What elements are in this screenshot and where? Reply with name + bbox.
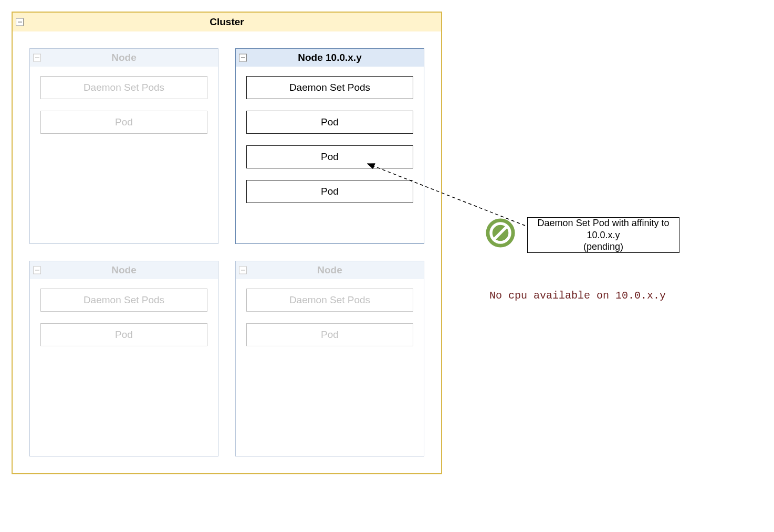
- pod-box: Pod: [246, 145, 413, 168]
- node-body: Daemon Set Pods Pod Pod Pod: [236, 67, 424, 212]
- pod-box: Daemon Set Pods: [40, 289, 207, 312]
- node-body: Daemon Set Pods Pod: [236, 279, 424, 356]
- node-0: Node Daemon Set Pods Pod: [29, 48, 218, 244]
- node-body: Daemon Set Pods Pod: [30, 279, 218, 356]
- node-header: Node: [30, 49, 218, 67]
- cluster-container: Cluster Node Daemon Set Pods Pod Node 10…: [12, 12, 442, 474]
- node-body: Daemon Set Pods Pod: [30, 67, 218, 143]
- cluster-header: Cluster: [13, 13, 441, 31]
- cluster-title: Cluster: [210, 16, 244, 28]
- pod-box: Daemon Set Pods: [40, 76, 207, 99]
- node-3: Node Daemon Set Pods Pod: [235, 261, 424, 456]
- node-title: Node 10.0.x.y: [298, 52, 361, 63]
- pending-pod-label: Daemon Set Pod with affinity to 10.0.x.y…: [532, 217, 675, 253]
- collapse-icon[interactable]: [16, 18, 24, 26]
- node-title: Node: [317, 264, 342, 276]
- node-header: Node 10.0.x.y: [236, 49, 424, 67]
- node-title: Node: [111, 52, 137, 63]
- prohibited-icon: [485, 217, 516, 249]
- node-title: Node: [111, 264, 137, 276]
- collapse-icon[interactable]: [239, 267, 247, 274]
- node-header: Node: [30, 261, 218, 279]
- node-1-target: Node 10.0.x.y Daemon Set Pods Pod Pod Po…: [235, 48, 424, 244]
- pod-box: Daemon Set Pods: [246, 76, 413, 99]
- pod-box: Pod: [246, 111, 413, 134]
- pod-box: Pod: [246, 180, 413, 203]
- pod-box: Pod: [40, 323, 207, 346]
- node-2: Node Daemon Set Pods Pod: [29, 261, 218, 456]
- pod-box: Daemon Set Pods: [246, 289, 413, 312]
- error-message: No cpu available on 10.0.x.y: [489, 290, 666, 302]
- collapse-icon[interactable]: [239, 54, 247, 62]
- collapse-icon[interactable]: [33, 267, 41, 274]
- pod-box: Pod: [40, 111, 207, 134]
- nodes-grid: Node Daemon Set Pods Pod Node 10.0.x.y D…: [13, 31, 441, 473]
- collapse-icon[interactable]: [33, 54, 41, 62]
- pending-pod-box: Daemon Set Pod with affinity to 10.0.x.y…: [527, 217, 679, 253]
- node-header: Node: [236, 261, 424, 279]
- pod-box: Pod: [246, 323, 413, 346]
